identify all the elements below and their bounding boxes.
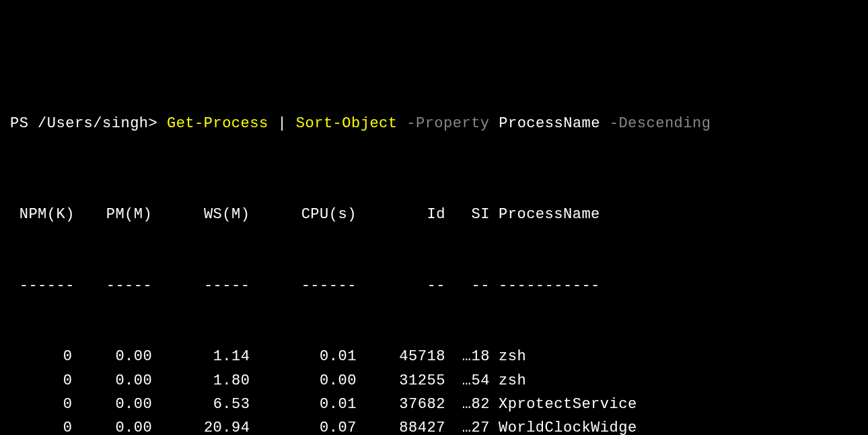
cell-npm: 0 — [10, 393, 72, 416]
cell-si: …18 — [445, 345, 490, 368]
divider-processname: ----------- — [499, 274, 600, 298]
cell-pm: 0.00 — [72, 345, 152, 368]
cell-si: …82 — [445, 393, 490, 416]
process-row: 00.006.530.0137682…82XprotectService — [10, 393, 858, 416]
process-row: 00.0020.940.0788427…27WorldClockWidge — [10, 416, 858, 435]
prompt-prefix: PS — [10, 115, 38, 132]
cell-npm: 0 — [10, 369, 72, 393]
header-id: Id — [357, 203, 445, 226]
cell-si: …27 — [445, 416, 490, 435]
param-descending: -Descending — [600, 115, 711, 132]
table-header-row: NPM(K)PM(M)WS(M)CPU(s)IdSIProcessName — [10, 203, 858, 226]
cell-pm: 0.00 — [72, 393, 152, 416]
cell-cpu: 0.00 — [250, 369, 356, 393]
cell-pm: 0.00 — [72, 369, 152, 393]
cell-cpu: 0.01 — [250, 345, 356, 368]
header-ws: WS(M) — [152, 203, 250, 226]
cell-npm: 0 — [10, 345, 72, 368]
divider-cpu: ------ — [250, 274, 356, 298]
process-row: 00.001.800.0031255…54zsh — [10, 369, 858, 393]
cell-id: 31255 — [357, 369, 445, 393]
header-cpu: CPU(s) — [250, 203, 356, 226]
prompt-line[interactable]: PS /Users/singh> Get-Process | Sort-Obje… — [10, 112, 858, 135]
cell-npm: 0 — [10, 416, 72, 435]
cell-id: 37682 — [357, 393, 445, 416]
divider-id: -- — [357, 274, 445, 298]
cell-ws: 6.53 — [152, 393, 250, 416]
prompt-path: /Users/singh — [38, 115, 148, 132]
table-divider-row: ------------------------------------- — [10, 274, 858, 298]
cell-processname: zsh — [499, 345, 526, 368]
cell-ws: 20.94 — [152, 416, 250, 435]
cell-pm: 0.00 — [72, 416, 152, 435]
divider-ws: ----- — [152, 274, 250, 298]
divider-si: -- — [445, 274, 490, 298]
prompt-separator: > — [149, 115, 167, 132]
header-npm: NPM(K) — [10, 203, 72, 226]
process-row: 00.001.140.0145718…18zsh — [10, 345, 858, 368]
header-si: SI — [445, 203, 490, 226]
cmdlet-get-process: Get-Process — [167, 115, 268, 132]
cell-cpu: 0.01 — [250, 393, 356, 416]
cell-ws: 1.80 — [152, 369, 250, 393]
cell-processname: zsh — [499, 369, 526, 393]
cell-si: …54 — [445, 369, 490, 393]
cell-id: 88427 — [357, 416, 445, 435]
process-table-body: 00.001.140.0145718…18zsh00.001.800.00312… — [10, 345, 858, 435]
divider-npm: ------ — [10, 274, 72, 298]
param-value-processname: ProcessName — [499, 115, 600, 132]
header-processname: ProcessName — [499, 203, 600, 226]
cell-id: 45718 — [357, 345, 445, 368]
header-pm: PM(M) — [72, 203, 152, 226]
cell-processname: WorldClockWidge — [499, 416, 637, 435]
pipe-operator: | — [268, 115, 296, 132]
param-property: -Property — [398, 115, 499, 132]
cell-cpu: 0.07 — [250, 416, 356, 435]
divider-pm: ----- — [72, 274, 152, 298]
cell-processname: XprotectService — [499, 393, 637, 416]
cmdlet-sort-object: Sort-Object — [296, 115, 398, 132]
cell-ws: 1.14 — [152, 345, 250, 368]
